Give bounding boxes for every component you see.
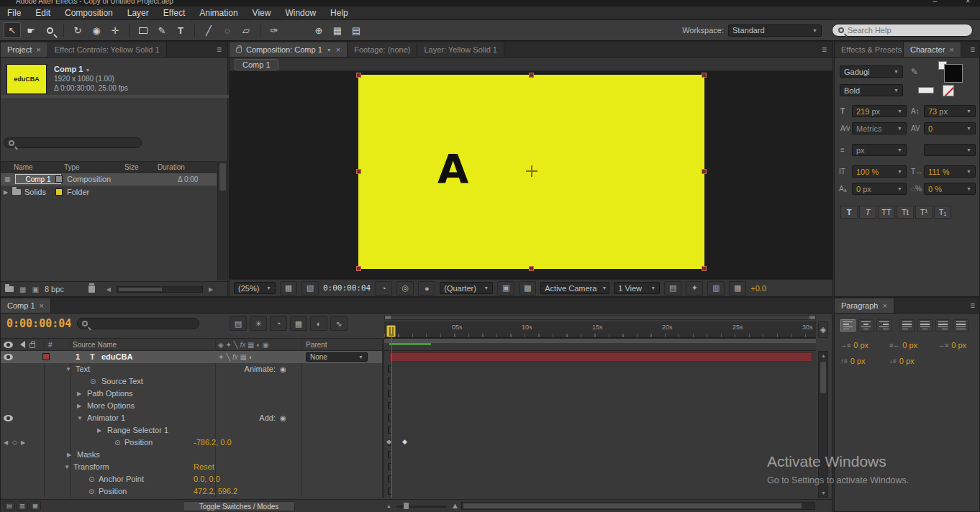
toggle-switches-modes-button[interactable]: Toggle Switches / Modes bbox=[183, 501, 295, 511]
menu-layer[interactable]: Layer bbox=[120, 6, 156, 19]
menu-composition[interactable]: Composition bbox=[58, 6, 120, 19]
scroll-up-icon[interactable]: ▲ bbox=[821, 353, 826, 358]
selection-handle[interactable] bbox=[356, 73, 361, 78]
navigator-start-handle[interactable] bbox=[385, 316, 391, 319]
panel-menu-icon[interactable] bbox=[970, 301, 975, 310]
search-help-input[interactable] bbox=[848, 26, 956, 35]
twirl-icon[interactable] bbox=[77, 388, 84, 400]
project-columns-header[interactable]: Name Type Size Duration bbox=[1, 161, 217, 173]
property-label[interactable]: More Options bbox=[87, 400, 135, 412]
property-row-range-selector1[interactable]: Range Selector 1 bbox=[1, 424, 382, 436]
selection-handle[interactable] bbox=[702, 73, 707, 78]
tracking-value[interactable]: 0 bbox=[928, 124, 933, 133]
composition-mini-flowchart-button[interactable]: ▤ bbox=[230, 316, 247, 331]
menu-animation[interactable]: Animation bbox=[192, 6, 245, 19]
pan-behind-tool[interactable]: ✛ bbox=[106, 22, 124, 38]
selection-tool[interactable]: ↖ bbox=[4, 22, 21, 38]
scroll-down-icon[interactable]: ▼ bbox=[821, 490, 826, 495]
stopwatch-icon[interactable] bbox=[89, 473, 94, 485]
expand-transfer-controls-button[interactable]: ▥ bbox=[17, 501, 28, 511]
minimize-icon[interactable]: – bbox=[933, 0, 937, 5]
faux-bold-button[interactable]: T bbox=[840, 206, 858, 219]
twirl-icon[interactable] bbox=[77, 412, 84, 424]
new-composition-button[interactable]: ▦ bbox=[19, 285, 26, 293]
subscript-button[interactable]: T₁ bbox=[934, 206, 951, 219]
scroll-left-icon[interactable]: ◀ bbox=[106, 286, 111, 293]
composition-canvas[interactable]: A bbox=[358, 75, 704, 269]
resolution-dropdown[interactable]: (Quarter) bbox=[440, 282, 493, 294]
twirl-icon[interactable] bbox=[77, 400, 84, 412]
property-label[interactable]: Animator 1 bbox=[87, 412, 125, 424]
eye-icon[interactable] bbox=[4, 415, 13, 421]
project-search-box[interactable] bbox=[4, 137, 142, 148]
comp-thumbnail[interactable]: eduCBA bbox=[6, 64, 47, 94]
next-keyframe-icon[interactable]: ▶ bbox=[21, 436, 25, 449]
grid-guides-button[interactable]: ▦ bbox=[280, 281, 297, 296]
project-row-comp1[interactable]: ▦ Comp 1 Composition Δ 0:00 bbox=[1, 173, 217, 186]
hide-shy-layers-button[interactable]: ◔ bbox=[270, 316, 287, 331]
comp-chip-tab[interactable]: Comp 1 bbox=[235, 59, 278, 70]
scrollbar-thumb[interactable] bbox=[463, 503, 802, 508]
scrollbar-thumb[interactable] bbox=[820, 362, 826, 393]
close-icon[interactable] bbox=[336, 46, 340, 54]
space-before-field[interactable]: ↑≡0 px bbox=[840, 357, 866, 365]
work-area-bar[interactable] bbox=[384, 339, 816, 343]
property-label[interactable]: Transform bbox=[73, 461, 109, 473]
property-label[interactable]: Position bbox=[124, 436, 153, 449]
superscript-button[interactable]: T¹ bbox=[915, 206, 933, 219]
column-size[interactable]: Size bbox=[124, 163, 138, 171]
stopwatch-icon[interactable] bbox=[114, 436, 120, 449]
axis-mode-view-button[interactable]: ▤ bbox=[348, 22, 365, 38]
property-value[interactable]: -786.2, 0.0 bbox=[194, 436, 232, 449]
roto-brush-tool[interactable]: ✑ bbox=[266, 22, 283, 38]
tab-footage[interactable]: Footage: (none) bbox=[348, 42, 417, 57]
no-stroke-swatch[interactable] bbox=[943, 85, 954, 96]
rotation-tool[interactable]: ↻ bbox=[69, 22, 86, 38]
first-line-indent-value[interactable]: 0 px bbox=[951, 341, 966, 349]
column-name[interactable]: Name bbox=[14, 163, 33, 171]
justify-all-button[interactable] bbox=[953, 319, 968, 332]
panel-menu-icon[interactable] bbox=[217, 45, 222, 54]
layer-row-educba[interactable]: 1 T eduCBA ✦ ╲ fx ▦ ◐ None bbox=[1, 351, 382, 363]
indent-left-value[interactable]: 0 px bbox=[853, 341, 868, 349]
graph-editor-button[interactable]: ∿ bbox=[330, 316, 348, 331]
parent-dropdown[interactable]: None bbox=[306, 352, 368, 362]
stopwatch-icon[interactable] bbox=[89, 485, 94, 498]
close-window-icon[interactable]: × bbox=[966, 0, 970, 5]
keyframe-icon[interactable]: ◆ bbox=[386, 439, 391, 445]
axis-mode-local-button[interactable]: ⊕ bbox=[310, 22, 327, 38]
tab-project[interactable]: Project bbox=[1, 42, 48, 57]
justify-last-right-button[interactable] bbox=[935, 319, 950, 332]
camera-dropdown[interactable]: Active Camera bbox=[540, 282, 609, 294]
previous-keyframe-icon[interactable]: ◀ bbox=[4, 436, 8, 449]
horizontal-scale-value[interactable]: 111 % bbox=[928, 168, 950, 176]
eyedropper-icon[interactable]: ✎ bbox=[911, 65, 918, 78]
tracking-dropdown[interactable]: 0 bbox=[924, 122, 976, 134]
property-label[interactable]: Masks bbox=[77, 449, 100, 461]
project-search-input[interactable] bbox=[18, 139, 126, 147]
lock-icon[interactable] bbox=[236, 47, 242, 52]
snapshot-button[interactable]: ◔ bbox=[375, 281, 392, 296]
tab-paragraph[interactable]: Paragraph bbox=[835, 298, 894, 313]
color-depth-label[interactable]: 8 bpc bbox=[45, 285, 64, 293]
column-type[interactable]: Type bbox=[64, 163, 80, 171]
workspace-dropdown[interactable]: Standard bbox=[728, 24, 822, 37]
comp-marker-bin[interactable]: ◈ bbox=[818, 321, 828, 338]
pixel-aspect-correction-button[interactable]: ▤ bbox=[664, 281, 681, 296]
brush-tool[interactable]: ╱ bbox=[200, 22, 217, 38]
justify-last-center-button[interactable] bbox=[917, 319, 933, 332]
property-value[interactable]: 0.0, 0.0 bbox=[194, 473, 220, 485]
axis-mode-world-button[interactable]: ▦ bbox=[329, 22, 346, 38]
column-layer-number[interactable]: # bbox=[48, 341, 53, 349]
close-icon[interactable] bbox=[949, 46, 953, 54]
vertical-scale-dropdown[interactable]: 100 % bbox=[852, 165, 907, 178]
panel-menu-icon[interactable] bbox=[970, 45, 975, 54]
chevron-down-icon[interactable] bbox=[327, 47, 332, 52]
trash-icon[interactable] bbox=[89, 285, 95, 293]
indent-left-field[interactable]: →≡0 px bbox=[840, 341, 868, 349]
region-of-interest-button[interactable]: ▣ bbox=[497, 281, 514, 296]
current-timecode[interactable]: 0:00:00:04 bbox=[6, 317, 71, 330]
view-layout-dropdown[interactable]: 1 View bbox=[614, 282, 660, 294]
time-ruler[interactable]: 0s 05s 10s 15s 20s 25s 30s bbox=[384, 321, 816, 338]
layer-name[interactable]: eduCBA bbox=[101, 351, 132, 363]
